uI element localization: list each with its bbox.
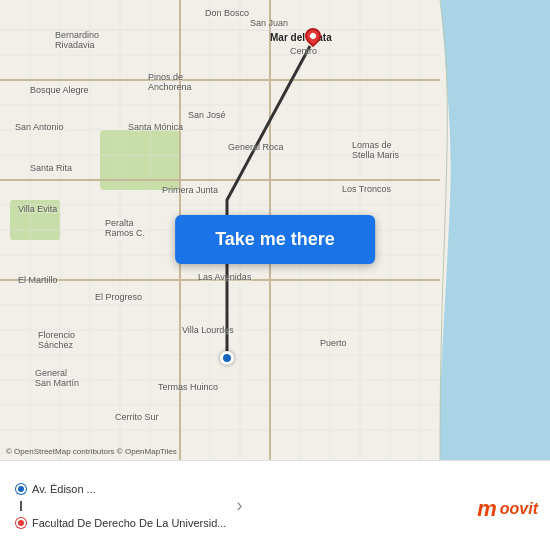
moovit-logo: m oovit bbox=[477, 496, 538, 522]
map-label-las-avenidas: Las Avenidas bbox=[198, 272, 251, 282]
map-label-san-juan: San Juan bbox=[250, 18, 288, 28]
map-label-cerrito: Cerrito Sur bbox=[115, 412, 159, 422]
map-label-peralta: PeraltaRamos C. bbox=[105, 218, 145, 238]
map-label-villa-lourdes: Villa Lourdes bbox=[182, 325, 234, 335]
origin-dot bbox=[16, 484, 26, 494]
map-label-bernardino: BernardinoRivadavia bbox=[55, 30, 99, 50]
map-container: Mar del Plata Centro Don Bosco San Juan … bbox=[0, 0, 550, 460]
route-info: Av. Édison ... Facultad De Derecho De La… bbox=[16, 483, 534, 529]
bottom-bar: Av. Édison ... Facultad De Derecho De La… bbox=[0, 460, 550, 550]
map-label-san-antonio: San Antonio bbox=[15, 122, 64, 132]
map-label-primera-junta: Primera Junta bbox=[162, 185, 218, 195]
map-attribution: © OpenStreetMap contributors © OpenMapTi… bbox=[6, 447, 177, 456]
take-me-there-button[interactable]: Take me there bbox=[175, 215, 375, 264]
map-label-villa-evita: Villa Evita bbox=[18, 204, 57, 214]
origin-stop: Av. Édison ... bbox=[16, 483, 226, 495]
destination-dot bbox=[16, 518, 26, 528]
logo-m-letter: m bbox=[477, 496, 497, 522]
origin-label: Av. Édison ... bbox=[32, 483, 96, 495]
logo-text: oovit bbox=[500, 500, 538, 518]
park-area-1 bbox=[100, 130, 180, 190]
map-label-santa-rita: Santa Rita bbox=[30, 163, 72, 173]
destination-marker bbox=[305, 28, 321, 48]
map-label-florencio: FlorencioSánchez bbox=[38, 330, 75, 350]
map-label-los-troncos: Los Troncos bbox=[342, 184, 391, 194]
stop-connector bbox=[20, 501, 22, 511]
map-label-pinos: Pinos deAnchorena bbox=[148, 72, 192, 92]
map-label-general-san-martin: GeneralSan Martín bbox=[35, 368, 79, 388]
map-label-bosque-alegre: Bosque Alegre bbox=[30, 85, 89, 95]
map-label-santa-monica: Santa Mónica bbox=[128, 122, 183, 132]
route-arrow: › bbox=[236, 495, 242, 516]
map-label-lomas: Lomas deStella Maris bbox=[352, 140, 399, 160]
map-label-puerto: Puerto bbox=[320, 338, 347, 348]
map-label-el-martillo: El Martillo bbox=[18, 275, 58, 285]
map-label-mar-del-plata: Mar del Plata bbox=[270, 32, 332, 43]
map-label-general-roca: General Roca bbox=[228, 142, 284, 152]
destination-label: Facultad De Derecho De La Universid... bbox=[32, 517, 226, 529]
map-label-don-bosco: Don Bosco bbox=[205, 8, 249, 18]
destination-stop: Facultad De Derecho De La Universid... bbox=[16, 517, 226, 529]
map-label-el-progreso: El Progreso bbox=[95, 292, 142, 302]
origin-marker bbox=[220, 351, 234, 365]
map-label-termas: Termas Huinco bbox=[158, 382, 218, 392]
route-stops: Av. Édison ... Facultad De Derecho De La… bbox=[16, 483, 226, 529]
map-label-san-jose: San José bbox=[188, 110, 226, 120]
